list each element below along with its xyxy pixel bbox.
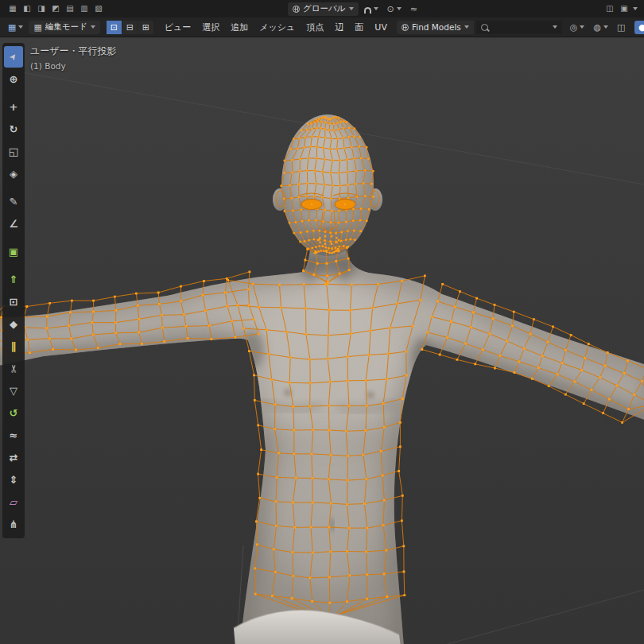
workspace-icon-b[interactable]: ▥ <box>78 2 91 15</box>
tool-loop-cut[interactable]: ∥ <box>4 336 23 357</box>
shrink-fatten-icon: ⇕ <box>10 474 18 486</box>
transform-orientation-dropdown[interactable]: グローバル <box>288 2 358 16</box>
topbar: ▦◧◨◩▤▥▧ グローバル ⊙ ≈ ◫▣ <box>0 0 644 18</box>
chevron-down-icon <box>603 25 608 29</box>
tool-rip-region[interactable]: ⋔ <box>4 514 23 535</box>
editor-type-button[interactable]: ▦ <box>5 21 26 34</box>
tool-inset-faces[interactable]: ⊡ <box>4 291 23 312</box>
spin-icon: ↺ <box>10 407 18 419</box>
menu-add[interactable]: 追加 <box>226 21 253 33</box>
viewport-canvas[interactable] <box>0 37 644 644</box>
menu-view[interactable]: ビュー <box>160 21 196 33</box>
snap-toggle[interactable] <box>361 2 382 16</box>
topbar-right-icons: ◫▣ <box>603 2 630 15</box>
chevron-down-icon[interactable] <box>374 7 378 10</box>
tool-annotate[interactable]: ✎ <box>4 191 23 212</box>
face-select-icon[interactable]: ⊞ <box>138 21 153 34</box>
workspace-icon-a[interactable]: ▤ <box>64 2 76 15</box>
viewport-editor-icon: ▦ <box>8 22 16 33</box>
tool-measure[interactable]: ∠ <box>4 213 23 235</box>
loop-cut-icon: ∥ <box>11 340 17 352</box>
area-icon-a[interactable]: ◧ <box>21 2 33 15</box>
mode-label: 編集モード <box>45 21 87 33</box>
select-mode-group: ⊡⊟⊞ <box>107 21 153 34</box>
menu-mesh[interactable]: メッシュ <box>254 21 300 33</box>
area-icon-b[interactable]: ◨ <box>35 2 48 15</box>
smooth-icon: ≈ <box>10 429 18 441</box>
tool-extrude-region[interactable]: ⇑ <box>4 269 23 290</box>
chevron-down-icon[interactable] <box>633 7 638 10</box>
proportional-edit-toggle[interactable]: ⊙ <box>384 2 405 16</box>
viewport-3d[interactable]: ユーザー・平行投影 (1) Body ➤⊕+↻◱◈✎∠▣⇑⊡◆∥✂▽↺≈⇄⇕▱⋔ <box>0 37 644 644</box>
tool-poly-build[interactable]: ▽ <box>4 380 23 402</box>
move-icon: + <box>10 101 18 113</box>
chevron-down-icon[interactable] <box>397 7 402 10</box>
transform-orientation-label: グローバル <box>303 3 345 14</box>
asset-scope-dropdown[interactable]: Find Models <box>397 21 474 34</box>
mode-dropdown[interactable]: ▦ 編集モード <box>29 21 99 34</box>
tool-transform[interactable]: ◈ <box>4 163 23 184</box>
rip-region-icon: ⋔ <box>10 518 18 530</box>
asset-scope-label: Find Models <box>412 22 461 32</box>
chevron-down-icon <box>464 25 469 29</box>
overlays-icon: ◍ <box>593 22 601 33</box>
edit-mode-icon: ▦ <box>33 22 41 33</box>
gizmo-toggle[interactable]: ◎ <box>567 21 588 34</box>
poly-build-icon: ▽ <box>10 385 17 397</box>
tool-bevel[interactable]: ◆ <box>4 313 23 335</box>
tool-shrink-fatten[interactable]: ⇕ <box>4 469 23 491</box>
tool-knife[interactable]: ✂ <box>4 358 23 379</box>
vertex-select-icon[interactable]: ⊡ <box>107 21 122 34</box>
area-icon-c[interactable]: ◩ <box>49 2 62 15</box>
view-layer-icon[interactable]: ▣ <box>618 2 630 15</box>
rotate-icon: ↻ <box>10 123 18 135</box>
topbar-left-icons: ▦◧◨◩▤▥▧ <box>6 2 105 15</box>
tool-add-cube[interactable]: ▣ <box>4 241 23 262</box>
chevron-down-icon <box>349 7 354 10</box>
shading-solid-button[interactable]: ● <box>634 21 644 34</box>
solid-shading-icon: ● <box>638 22 644 33</box>
falloff-icon: ≈ <box>410 4 417 14</box>
add-cube-icon: ▣ <box>9 246 18 258</box>
tool-shelf: ➤⊕+↻◱◈✎∠▣⇑⊡◆∥✂▽↺≈⇄⇕▱⋔ <box>2 43 25 538</box>
edge-select-icon[interactable]: ⊟ <box>122 21 138 34</box>
tool-spin[interactable]: ↺ <box>4 402 23 424</box>
xray-toggle[interactable]: ◫ <box>614 21 628 34</box>
tool-rotate[interactable]: ↻ <box>4 118 23 140</box>
tool-move[interactable]: + <box>4 96 23 118</box>
overlays-toggle[interactable]: ◍ <box>590 21 611 34</box>
tool-edge-slide[interactable]: ⇄ <box>4 447 23 468</box>
scene-icon[interactable]: ◫ <box>603 2 616 15</box>
chevron-down-icon <box>18 25 23 29</box>
search-field[interactable] <box>476 21 562 34</box>
tool-select-tweak[interactable]: ➤ <box>4 46 23 68</box>
proportional-falloff-button[interactable]: ≈ <box>407 2 421 16</box>
xray-icon: ◫ <box>617 22 625 33</box>
knife-icon: ✂ <box>8 364 20 373</box>
tool-shear[interactable]: ▱ <box>4 491 23 513</box>
annotate-icon: ✎ <box>10 196 18 208</box>
active-object-label: (1) Body <box>30 61 117 71</box>
scale-icon: ◱ <box>9 145 18 157</box>
globe-icon <box>293 6 300 13</box>
chevron-down-icon[interactable] <box>553 25 557 29</box>
select-tweak-icon: ➤ <box>7 51 20 63</box>
menu-edge[interactable]: 辺 <box>330 21 348 33</box>
tool-scale[interactable]: ◱ <box>4 141 23 162</box>
globe-icon <box>402 24 409 31</box>
tool-smooth[interactable]: ≈ <box>4 425 23 446</box>
editor-type-icon[interactable]: ▦ <box>6 2 19 15</box>
chevron-down-icon <box>91 25 95 29</box>
menu-select[interactable]: 選択 <box>197 21 224 33</box>
edge-slide-icon: ⇄ <box>10 452 18 464</box>
menu-face[interactable]: 面 <box>350 21 368 33</box>
menu-uv[interactable]: UV <box>370 22 392 33</box>
viewport-menus: ビュー選択追加メッシュ頂点辺面UV <box>160 21 392 33</box>
cursor-3d-icon: ⊕ <box>10 73 18 85</box>
search-input[interactable] <box>491 21 549 33</box>
gizmo-icon: ◎ <box>570 22 578 33</box>
menu-vertex[interactable]: 頂点 <box>301 21 328 33</box>
tool-cursor[interactable]: ⊕ <box>4 68 23 90</box>
workspace-icon-c[interactable]: ▧ <box>92 2 105 15</box>
shading-mode-group: ● ◑ <box>634 21 644 34</box>
